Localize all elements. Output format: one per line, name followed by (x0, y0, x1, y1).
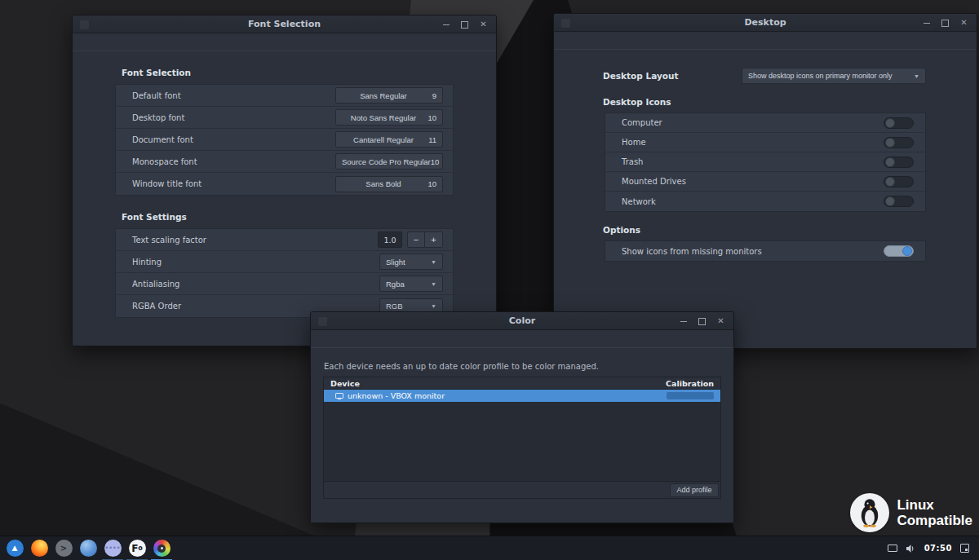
trash-toggle[interactable] (884, 157, 914, 168)
section-heading-font-selection: Font Selection (122, 68, 454, 77)
taskbar-item-settings-app[interactable] (149, 536, 174, 560)
close-icon[interactable] (715, 316, 726, 327)
row-document-font: Document font Cantarell Regular 11 (116, 129, 453, 151)
taskbar-item-terminal[interactable]: > (51, 536, 76, 560)
headerbar-strip (311, 330, 733, 348)
titlebar-font-selection[interactable]: Font Selection (73, 15, 496, 33)
system-tray: 07:50 (888, 544, 977, 553)
speaker-icon[interactable] (906, 544, 916, 553)
row-antialiasing: Antialiasing Rgba ▼ (116, 273, 453, 295)
window-title: Font Selection (73, 15, 496, 33)
row-monospace-font: Monospace font Source Code Pro Regular 1… (116, 151, 453, 173)
window-font-selection: Font Selection Font Selection Default fo… (72, 15, 497, 346)
device-row-selected[interactable]: unknown - VBOX monitor (324, 390, 720, 402)
maximize-icon[interactable] (940, 18, 950, 29)
taskbar-item-launcher[interactable] (2, 536, 27, 560)
device-table-header: Device Calibration (324, 377, 720, 390)
calibration-indicator (667, 392, 714, 399)
row-trash: Trash (605, 152, 925, 172)
desktop-icons-list: Computer Home Trash Mounted Drives Netwo… (605, 112, 926, 212)
minimize-icon[interactable] (441, 20, 451, 30)
scaling-decrease-button[interactable]: − (407, 231, 425, 248)
computer-toggle[interactable] (884, 117, 914, 129)
penguin-logo-icon (850, 493, 889, 532)
window-desktop: Desktop Desktop Layout Show desktop icon… (553, 13, 977, 349)
taskbar-item-sphere-app[interactable] (76, 536, 100, 560)
headerbar-strip (73, 33, 496, 51)
maximize-icon[interactable] (459, 20, 470, 30)
section-heading-font-settings: Font Settings (122, 212, 454, 222)
row-text-scaling: Text scaling factor 1.0 − + (116, 229, 453, 251)
row-network: Network (605, 192, 925, 211)
minimize-icon[interactable] (678, 316, 689, 327)
blue-sphere-icon (80, 540, 97, 557)
close-icon[interactable] (478, 20, 489, 30)
options-list: Show icons from missing monitors (605, 240, 926, 262)
section-heading-options: Options (603, 225, 926, 235)
network-toggle[interactable] (884, 196, 914, 207)
mounted-drives-toggle[interactable] (884, 176, 914, 187)
taskbar-item-fonts-app[interactable]: Fo (125, 536, 149, 560)
notification-tray-icon[interactable] (960, 544, 969, 553)
close-icon[interactable] (959, 18, 969, 29)
row-mounted-drives: Mounted Drives (605, 172, 925, 192)
chevron-down-icon: ▼ (431, 259, 436, 265)
chevron-down-icon: ▼ (431, 281, 436, 287)
monospace-font-button[interactable]: Source Code Pro Regular 10 (335, 153, 443, 170)
missing-monitors-toggle[interactable] (884, 245, 914, 257)
font-list: Default font Sans Regular 9 Desktop font… (115, 84, 454, 196)
font-settings-list: Text scaling factor 1.0 − + Hinting Slig… (115, 228, 454, 318)
device-list-empty-area (324, 402, 720, 481)
color-description: Each device needs an up to date color pr… (324, 362, 720, 371)
row-desktop-font: Desktop font Noto Sans Regular 10 (116, 107, 453, 129)
display-tray-icon[interactable] (888, 545, 897, 552)
add-profile-button[interactable]: Add profile (670, 483, 719, 497)
settings-app-icon (153, 540, 171, 557)
row-computer: Computer (605, 113, 925, 133)
section-heading-desktop-icons: Desktop Icons (603, 97, 926, 107)
row-home: Home (605, 133, 925, 152)
desktop-background: Font Selection Font Selection Default fo… (0, 0, 979, 560)
app-launcher-icon (7, 540, 24, 557)
device-table: Device Calibration unknown - VBOX monito… (323, 377, 721, 499)
terminal-icon: > (55, 540, 73, 557)
row-default-font: Default font Sans Regular 9 (116, 85, 453, 107)
hinting-dropdown[interactable]: Slight ▼ (379, 254, 443, 270)
home-toggle[interactable] (884, 137, 914, 148)
column-calibration: Calibration (666, 379, 714, 388)
clock[interactable]: 07:50 (924, 544, 952, 553)
linux-compatible-watermark: Linux Compatible (850, 493, 972, 532)
taskbar: > •••• Fo 07:50 (0, 536, 979, 560)
row-missing-monitors: Show icons from missing monitors (605, 241, 925, 261)
window-title: Desktop (554, 14, 977, 32)
desktop-font-button[interactable]: Noto Sans Regular 10 (335, 109, 443, 126)
fonts-app-icon: Fo (129, 540, 146, 557)
dialog-app-icon: •••• (104, 540, 122, 557)
monitor-icon (335, 393, 343, 399)
window-title-font-button[interactable]: Sans Bold 10 (335, 176, 443, 192)
titlebar-color[interactable]: Color (311, 312, 733, 330)
desktop-layout-dropdown[interactable]: Show desktop icons on primary monitor on… (742, 68, 926, 84)
chevron-down-icon: ▼ (431, 303, 436, 309)
maximize-icon[interactable] (697, 316, 707, 327)
antialiasing-dropdown[interactable]: Rgba ▼ (379, 276, 443, 292)
row-desktop-layout: Desktop Layout Show desktop icons on pri… (603, 68, 926, 84)
taskbar-item-firefox[interactable] (27, 536, 51, 560)
firefox-icon (31, 540, 48, 557)
row-hinting: Hinting Slight ▼ (116, 251, 453, 273)
taskbar-item-dialog-app[interactable]: •••• (100, 536, 125, 560)
row-window-title-font: Window title font Sans Bold 10 (116, 173, 453, 195)
default-font-button[interactable]: Sans Regular 9 (335, 87, 443, 104)
window-title: Color (311, 312, 733, 330)
device-toolbar: Add profile (324, 481, 720, 498)
minimize-icon[interactable] (921, 18, 932, 29)
scaling-increase-button[interactable]: + (425, 231, 443, 248)
text-scaling-input[interactable]: 1.0 (378, 231, 402, 248)
window-color: Color Each device needs an up to date co… (310, 311, 734, 523)
titlebar-desktop[interactable]: Desktop (554, 14, 977, 32)
document-font-button[interactable]: Cantarell Regular 11 (335, 131, 443, 148)
column-device: Device (330, 379, 360, 388)
chevron-down-icon: ▼ (914, 73, 919, 79)
watermark-text: Linux Compatible (897, 497, 972, 528)
headerbar-strip (554, 32, 977, 50)
